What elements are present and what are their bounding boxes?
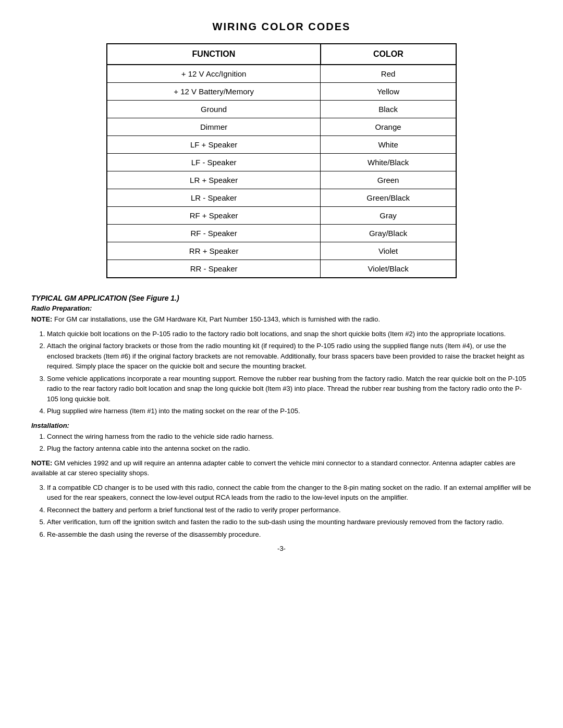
table-header-function: FUNCTION	[107, 44, 321, 65]
section2-list1: Connect the wiring harness from the radi…	[47, 431, 532, 454]
table-cell-function: + 12 V Acc/Ignition	[107, 65, 321, 83]
table-cell-color: Green/Black	[321, 189, 456, 207]
table-cell-color: Gray	[321, 207, 456, 225]
section2-list2: If a compatible CD changer is to be used…	[47, 483, 532, 540]
section2-note: NOTE: GM vehicles 1992 and up will requi…	[31, 458, 532, 478]
table-cell-function: RF + Speaker	[107, 207, 321, 225]
table-cell-function: Ground	[107, 101, 321, 118]
section-gm-application: TYPICAL GM APPLICATION (See Figure 1.) R…	[31, 294, 532, 416]
section1-list-item: Some vehicle applications incorporate a …	[47, 374, 532, 404]
table-cell-color: White	[321, 136, 456, 154]
table-row: RF - SpeakerGray/Black	[107, 225, 456, 242]
table-cell-color: Red	[321, 65, 456, 83]
table-cell-color: Violet/Black	[321, 260, 456, 278]
section2-list2-item: If a compatible CD changer is to be used…	[47, 483, 532, 503]
table-cell-color: White/Black	[321, 154, 456, 171]
section1-note-label: NOTE:	[31, 315, 52, 323]
table-row: LF - SpeakerWhite/Black	[107, 154, 456, 171]
table-cell-function: LF + Speaker	[107, 136, 321, 154]
table-cell-function: RR - Speaker	[107, 260, 321, 278]
page-number: -3-	[31, 545, 532, 552]
table-row: + 12 V Battery/MemoryYellow	[107, 83, 456, 101]
section2-list1-item: Connect the wiring harness from the radi…	[47, 431, 532, 442]
table-cell-color: Gray/Black	[321, 225, 456, 242]
table-cell-color: Orange	[321, 118, 456, 136]
table-cell-function: LF - Speaker	[107, 154, 321, 171]
table-cell-color: Violet	[321, 242, 456, 260]
section2-list2-item: After verification, turn off the ignitio…	[47, 517, 532, 527]
table-row: LR + SpeakerGreen	[107, 171, 456, 189]
section1-title: TYPICAL GM APPLICATION (See Figure 1.)	[31, 294, 532, 302]
table-cell-color: Yellow	[321, 83, 456, 101]
section1-list: Match quickie bolt locations on the P-10…	[47, 329, 532, 416]
table-row: RR - SpeakerViolet/Black	[107, 260, 456, 278]
section1-note-text: For GM car installations, use the GM Har…	[54, 315, 380, 323]
table-cell-function: Dimmer	[107, 118, 321, 136]
section2-subtitle: Installation:	[31, 422, 532, 429]
section-installation: Installation: Connect the wiring harness…	[31, 422, 532, 540]
table-row: RR + SpeakerViolet	[107, 242, 456, 260]
table-cell-function: RF - Speaker	[107, 225, 321, 242]
table-row: LR - SpeakerGreen/Black	[107, 189, 456, 207]
section2-note-label: NOTE:	[31, 459, 52, 467]
table-header-color: COLOR	[321, 44, 456, 65]
table-row: LF + SpeakerWhite	[107, 136, 456, 154]
section2-list2-item: Re-assemble the dash using the reverse o…	[47, 529, 532, 540]
table-cell-color: Green	[321, 171, 456, 189]
section2-note-text: GM vehicles 1992 and up will require an …	[31, 459, 516, 477]
section1-list-item: Plug supplied wire harness (Item #1) int…	[47, 406, 532, 416]
wiring-table: FUNCTION COLOR + 12 V Acc/IgnitionRed+ 1…	[106, 43, 457, 278]
table-row: RF + SpeakerGray	[107, 207, 456, 225]
table-row: + 12 V Acc/IgnitionRed	[107, 65, 456, 83]
table-cell-color: Black	[321, 101, 456, 118]
section1-subtitle: Radio Preparation:	[31, 304, 532, 312]
table-cell-function: LR + Speaker	[107, 171, 321, 189]
table-cell-function: + 12 V Battery/Memory	[107, 83, 321, 101]
section1-list-item: Match quickie bolt locations on the P-10…	[47, 329, 532, 339]
table-row: DimmerOrange	[107, 118, 456, 136]
table-row: GroundBlack	[107, 101, 456, 118]
page-title: WIRING COLOR CODES	[31, 21, 532, 33]
section2-list1-item: Plug the factory antenna cable into the …	[47, 443, 532, 454]
table-cell-function: LR - Speaker	[107, 189, 321, 207]
section2-list2-item: Reconnect the battery and perform a brie…	[47, 505, 532, 515]
section1-note: NOTE: For GM car installations, use the …	[31, 314, 532, 325]
table-cell-function: RR + Speaker	[107, 242, 321, 260]
section1-list-item: Attach the original factory brackets or …	[47, 341, 532, 372]
